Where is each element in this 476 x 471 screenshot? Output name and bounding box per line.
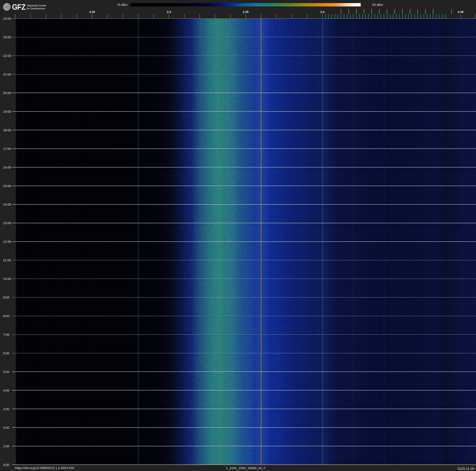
svg-text:Helmholtz Centre: Helmholtz Centre — [27, 4, 46, 7]
svg-text:GFZ: GFZ — [12, 3, 25, 11]
svg-text:for Geosciences: for Geosciences — [27, 7, 45, 10]
